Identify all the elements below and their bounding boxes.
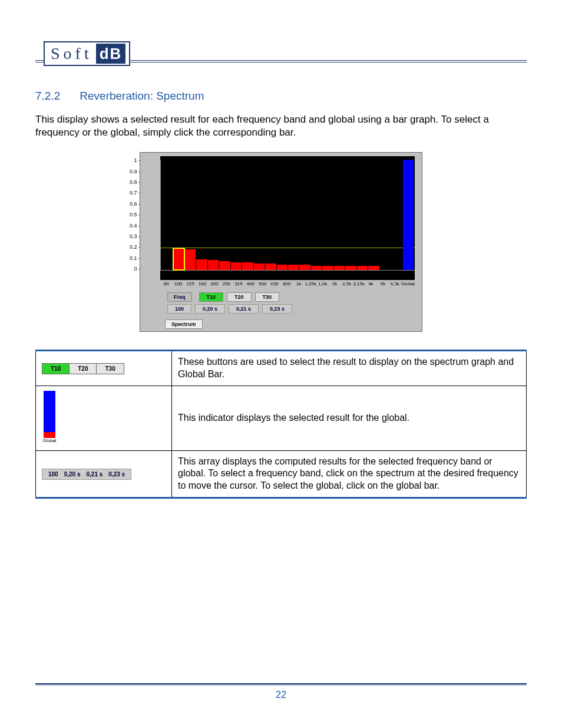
table-icon-cell: 1000,20 s0,21 s0,23 s: [36, 450, 172, 498]
result-button-t20[interactable]: T20: [227, 292, 252, 302]
mini-results-array: 1000,20 s0,21 s0,23 s: [42, 469, 131, 480]
page-number: 22: [276, 690, 286, 700]
spectrum-bar[interactable]: [357, 266, 368, 270]
spectrum-bar[interactable]: [368, 266, 379, 270]
spectrum-bar[interactable]: [288, 265, 299, 270]
result-selector-row: Freq T10T20T30: [167, 292, 418, 302]
chart-y-axis: 1 -0.9 -0.8 -0.7 -0.6 -0.5 -0.4 -0.3 -0.…: [130, 157, 143, 272]
spectrum-bar[interactable]: [277, 265, 287, 270]
spectrum-tab[interactable]: Spectrum: [165, 319, 203, 329]
table-desc-cell: These buttons are used to select the res…: [172, 351, 527, 386]
result-value: 0,21 s: [229, 304, 259, 314]
table-desc-cell: This array displays the computed results…: [172, 450, 527, 498]
spectrum-bar[interactable]: [173, 248, 184, 270]
spectrum-bar[interactable]: [231, 262, 242, 270]
freq-label: Freq: [167, 292, 192, 302]
mini-value: 0,23 s: [108, 471, 125, 477]
spectrum-bar[interactable]: [345, 266, 356, 270]
mini-global-indicator[interactable]: Global: [42, 391, 57, 443]
spectrum-bar[interactable]: [208, 260, 219, 270]
spectrum-chart[interactable]: [160, 156, 415, 280]
result-button-t30[interactable]: T30: [255, 292, 280, 302]
heading-number: 7.2.2: [35, 90, 77, 103]
spectrum-bar[interactable]: [334, 266, 345, 270]
spectrum-bar[interactable]: [254, 263, 265, 270]
description-table: T10T20T30 These buttons are used to sele…: [35, 350, 527, 499]
spectrum-bar[interactable]: [311, 266, 322, 270]
intro-paragraph: This display shows a selected result for…: [35, 113, 527, 139]
spectrum-bar[interactable]: [322, 266, 333, 270]
spectrum-bar[interactable]: [219, 261, 230, 270]
mini-value: 0,21 s: [87, 471, 103, 477]
mini-button-t10[interactable]: T10: [42, 364, 70, 374]
mini-button-t20[interactable]: T20: [70, 364, 97, 374]
spectrum-bar[interactable]: [403, 160, 414, 270]
mini-value: 0,20 s: [64, 471, 81, 477]
table-icon-cell: Global: [36, 386, 172, 450]
mini-button-t30[interactable]: T30: [97, 364, 123, 374]
heading-title: Reverberation: Spectrum: [80, 90, 204, 102]
header-logo-row: Soft dB: [35, 41, 527, 66]
mini-global-label: Global: [42, 438, 57, 443]
spectrum-screenshot: 1 -0.9 -0.8 -0.7 -0.6 -0.5 -0.4 -0.3 -0.…: [140, 152, 422, 332]
spectrum-bar[interactable]: [299, 265, 310, 270]
page-footer: 22: [35, 683, 527, 701]
logo-text-soft: Soft: [51, 45, 96, 62]
section-heading: 7.2.2 Reverberation: Spectrum: [35, 90, 527, 103]
mini-result-buttons[interactable]: T10T20T30: [42, 363, 124, 374]
results-value-row: 1000,20 s0,21 s0,23 s: [167, 304, 418, 314]
table-icon-cell: T10T20T30: [36, 351, 172, 386]
spectrum-bar[interactable]: [265, 263, 276, 270]
logo-text-db: dB: [96, 44, 126, 64]
mini-value: 100: [48, 471, 58, 477]
result-value: 0,23 s: [262, 304, 292, 314]
spectrum-bar[interactable]: [242, 262, 253, 270]
chart-x-axis: 801001251602002503154005006308001k1,25k1…: [160, 280, 415, 286]
result-value: 100: [167, 304, 191, 314]
spectrum-bar[interactable]: [196, 259, 207, 271]
table-desc-cell: This indicator displays the selected res…: [172, 386, 527, 450]
spectrum-bar[interactable]: [185, 249, 196, 271]
brand-logo: Soft dB: [44, 41, 130, 66]
result-value: 0,20 s: [195, 304, 225, 314]
result-button-t10[interactable]: T10: [199, 292, 224, 302]
